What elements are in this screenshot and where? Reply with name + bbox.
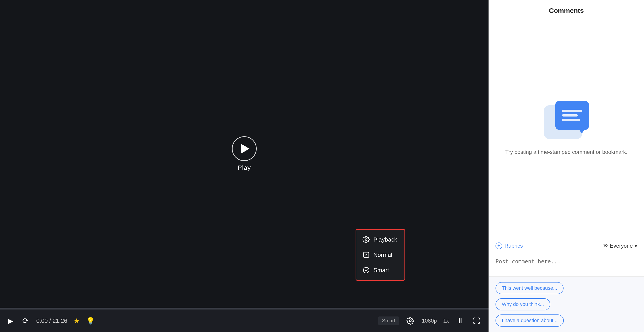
- gear-icon: [362, 236, 370, 243]
- smart-badge[interactable]: Smart: [378, 317, 399, 325]
- playback-label: Playback: [374, 236, 397, 243]
- everyone-label: Everyone: [610, 243, 633, 249]
- fullscreen-icon: [473, 317, 480, 325]
- comment-lines: [562, 110, 582, 121]
- svg-point-4: [410, 320, 412, 322]
- svg-point-0: [365, 239, 367, 240]
- rubrics-label: Rubrics: [504, 243, 523, 249]
- comment-input-area[interactable]: [489, 254, 644, 277]
- playback-menu-item-smart[interactable]: Smart: [356, 263, 404, 278]
- video-player[interactable]: Play Playback: [0, 0, 488, 308]
- settings-icon: [406, 317, 414, 325]
- pause-bars-button[interactable]: ⏸: [455, 315, 465, 326]
- video-section: Play Playback: [0, 0, 488, 332]
- quick-comment-chip-2[interactable]: I have a question about...: [496, 315, 564, 327]
- comment-line-2: [562, 114, 578, 117]
- play-pause-button[interactable]: ▶: [7, 316, 15, 326]
- normal-label: Normal: [374, 251, 392, 258]
- progress-bar[interactable]: [0, 308, 488, 310]
- pause-icon: ⏸: [456, 317, 464, 325]
- smart-label: Smart: [374, 267, 389, 274]
- playback-menu-item-playback[interactable]: Playback: [356, 232, 404, 247]
- play-triangle-icon: [241, 144, 250, 154]
- comment-bubble-foreground: [555, 101, 589, 130]
- comment-line-1: [562, 110, 582, 112]
- comment-input[interactable]: [496, 258, 637, 271]
- speed-badge[interactable]: 1x: [443, 318, 449, 324]
- quality-badge[interactable]: 1080p: [422, 318, 437, 324]
- comment-icon-graphic: [544, 101, 589, 141]
- quick-comment-chip-1[interactable]: Why do you think...: [496, 298, 550, 310]
- playback-menu-item-normal[interactable]: Normal: [356, 247, 404, 263]
- comment-actions-bar: + Rubrics 👁 Everyone ▾: [489, 238, 644, 254]
- play-label: Play: [238, 164, 251, 171]
- quick-comments: This went well because... Why do you thi…: [489, 277, 644, 332]
- plus-icon: +: [496, 242, 502, 249]
- play-circle: [232, 136, 257, 161]
- empty-comment-text: Try posting a time-stamped comment or bo…: [506, 148, 628, 156]
- fullscreen-button[interactable]: [472, 316, 482, 326]
- lightbulb-icon[interactable]: 💡: [86, 317, 95, 325]
- star-icon[interactable]: ★: [74, 317, 80, 325]
- quick-comment-chip-0[interactable]: This went well because...: [496, 282, 564, 294]
- time-display: 0:00 / 21:26: [36, 317, 67, 324]
- svg-marker-2: [366, 254, 367, 256]
- comments-empty-area: Try posting a time-stamped comment or bo…: [489, 19, 644, 238]
- svg-point-3: [364, 267, 369, 273]
- settings-button[interactable]: [405, 316, 416, 326]
- comments-header: Comments: [489, 0, 644, 19]
- comments-section: Comments Try posting a time-stamped comm…: [488, 0, 644, 332]
- play-icon: ▶: [8, 317, 13, 325]
- everyone-dropdown[interactable]: 👁 Everyone ▾: [603, 243, 637, 249]
- chevron-down-icon: ▾: [634, 243, 637, 249]
- center-play-button[interactable]: Play: [232, 136, 257, 171]
- eye-icon: 👁: [603, 243, 608, 249]
- comment-line-3: [562, 119, 580, 121]
- playback-popup: Playback Normal: [356, 229, 405, 281]
- rubrics-button[interactable]: + Rubrics: [496, 242, 523, 249]
- rewind-button[interactable]: ⟳: [21, 315, 30, 327]
- normal-play-icon: [362, 251, 370, 258]
- rewind-icon: ⟳: [22, 316, 28, 325]
- controls-bar: ▶ ⟳ 0:00 / 21:26 ★ 💡 Smart 1080p 1x ⏸: [0, 310, 488, 332]
- smart-icon: [362, 267, 370, 274]
